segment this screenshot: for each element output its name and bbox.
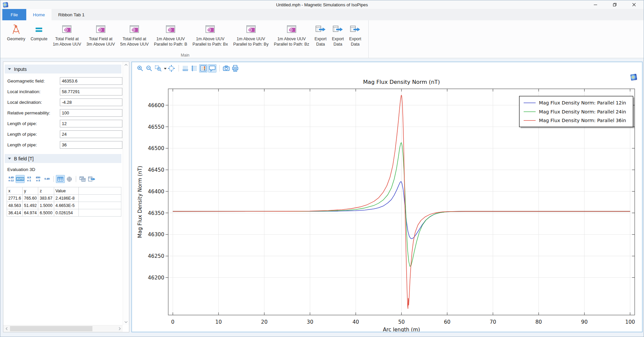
close-icon [632, 3, 636, 7]
legend-icon [199, 65, 207, 72]
zoom-box-dropdown-button[interactable] [163, 64, 167, 73]
graphics-canvas[interactable]: 0102030405060708090100462004625046300463… [133, 74, 643, 333]
graphics-toolbar [132, 62, 642, 73]
minimize-button[interactable] [586, 0, 605, 9]
ribbon-button-label: 1m Above UUVParallel to Path: Bz [274, 36, 309, 47]
format-scientific-button[interactable]: 8.5e-1 [25, 175, 34, 183]
table-icon [57, 176, 64, 182]
field-input-5[interactable] [60, 130, 122, 138]
ribbon-button-total-field-at-5m-above-uuv[interactable]: Total Field at5m Above UUV [118, 23, 151, 48]
format-automatic-button[interactable]: AUTO [16, 175, 25, 183]
plot-window-icon [246, 24, 256, 34]
input-field-row: Length of pipe: [3, 118, 123, 129]
format-decimal-button[interactable]: 0.85 [43, 175, 52, 183]
legend-entry-label: Mag Flux Density Norm: Parallel 36in [539, 118, 626, 123]
table-row[interactable]: 48.56351.4921.50004.6653E-5 [7, 202, 121, 209]
file-tab[interactable]: File [2, 9, 26, 20]
ribbon-button-label: 1m Above UUVParallel to Path: Bx [193, 36, 228, 47]
table-cell [78, 209, 121, 217]
column-header[interactable]: z [38, 187, 54, 195]
ribbon-button-1m-above-uuv-parallel-to-path-b[interactable]: 1m Above UUVParallel to Path: B [152, 23, 190, 48]
ribbon-button-export-data[interactable]: ExportData [347, 23, 363, 48]
table-cell: 51.492 [23, 202, 38, 209]
x-tick-label: 100 [625, 319, 635, 325]
ribbon-button-total-field-at-3m-above-uuv[interactable]: Total Field at3m Above UUV [84, 23, 117, 48]
field-input-0[interactable] [60, 77, 122, 85]
export-table-button[interactable] [87, 175, 96, 183]
restore-button[interactable] [605, 0, 624, 9]
sidebar-horizontal-scrollbar[interactable] [3, 325, 123, 332]
toolbar-separator [76, 176, 76, 182]
column-header[interactable]: Value [54, 187, 78, 195]
ribbon-button-geometry[interactable]: Geometry [5, 23, 28, 42]
zoom-in-button[interactable] [136, 64, 144, 73]
scroll-up-button[interactable] [123, 62, 129, 68]
y-tick-label: 46500 [148, 145, 164, 151]
format-engineering-button[interactable]: 850e-3 [34, 175, 43, 183]
field-input-3[interactable] [60, 109, 122, 117]
close-button[interactable] [624, 0, 644, 9]
plot-window-icon [62, 24, 72, 34]
sphere-view-button[interactable] [65, 175, 74, 183]
plot-window-icon [165, 24, 176, 34]
zoom-out-icon [145, 65, 153, 72]
ribbon-button-export-data[interactable]: ExportData [329, 23, 346, 48]
scroll-down-button[interactable] [123, 319, 129, 325]
section-title: B field [T] [14, 156, 34, 161]
field-label: Local inclination: [7, 89, 60, 94]
scroll-right-button[interactable] [116, 325, 123, 332]
plot-tooltip-button[interactable] [208, 64, 216, 73]
table-row[interactable]: 36.41464.9746.50000.026154 [7, 209, 121, 217]
toolbar-separator [54, 176, 54, 182]
plot-window-icon [129, 24, 140, 34]
x-axis-grid-button[interactable] [181, 64, 190, 73]
ribbon-button-compute[interactable]: Compute [28, 23, 50, 42]
ribbon-tab-home[interactable]: Home [26, 9, 52, 20]
ribbon-group-label: Main [2, 53, 368, 58]
section-header-bfield[interactable]: B field [T] [5, 154, 121, 163]
column-header[interactable]: y [23, 187, 38, 195]
format-full-precision-button[interactable]: 8.85e-12 [7, 175, 16, 183]
field-input-6[interactable] [60, 141, 122, 149]
toolbar-separator [219, 65, 220, 72]
table-cell [78, 202, 121, 209]
ribbon-button-1m-above-uuv-parallel-to-path-bx[interactable]: 1m Above UUVParallel to Path: Bx [190, 23, 230, 48]
ribbon-button-total-field-at-1m-above-uuv[interactable]: Total Field at1m Above UUV [51, 23, 83, 48]
y-tick-label: 46350 [148, 210, 164, 216]
x-tick-label: 50 [398, 319, 405, 325]
ribbon-button-label: ExportData [332, 36, 344, 47]
ribbon-button-1m-above-uuv-parallel-to-path-by[interactable]: 1m Above UUVParallel to Path: By [231, 23, 271, 48]
column-header[interactable] [78, 187, 121, 195]
zoom-extents-button[interactable] [167, 64, 176, 73]
legend-entry-label: Mag Flux Density Norm: Parallel 12in [539, 100, 626, 105]
image-snapshot-button[interactable] [222, 64, 230, 73]
x-tick-label: 30 [307, 319, 314, 325]
scroll-left-button[interactable] [3, 325, 10, 332]
print-button[interactable] [231, 64, 239, 73]
field-input-4[interactable] [60, 120, 122, 127]
zoom-box-icon [154, 65, 162, 72]
ribbon-tab-ribbon-tab-1[interactable]: Ribbon Tab 1 [52, 9, 91, 20]
ribbon-button-1m-above-uuv-parallel-to-path-bz[interactable]: 1m Above UUVParallel to Path: Bz [272, 23, 312, 48]
zoom-box-button[interactable] [154, 64, 162, 73]
y-axis-grid-button[interactable] [190, 64, 198, 73]
field-input-1[interactable] [60, 88, 122, 95]
field-input-2[interactable] [60, 98, 122, 106]
input-fields: Geomagnetic field:Local inclination:Loca… [3, 76, 123, 150]
ribbon-button-export-data[interactable]: ExportData [312, 23, 329, 48]
y-grid-icon [191, 65, 198, 72]
comsol-logo-icon [630, 74, 637, 81]
copy-table-button[interactable] [78, 175, 87, 183]
sidebar-content: Inputs Geomagnetic field:Local inclinati… [3, 62, 123, 325]
section-header-inputs[interactable]: Inputs [5, 65, 121, 74]
zoom-out-button[interactable] [145, 64, 153, 73]
input-field-row: Local declination: [3, 97, 123, 107]
chart-legend[interactable]: Mag Flux Density Norm: Parallel 12inMag … [519, 96, 633, 127]
show-legends-button[interactable] [199, 64, 207, 73]
column-header[interactable]: x [7, 187, 23, 195]
scrollbar-thumb[interactable] [10, 326, 92, 331]
sidebar-vertical-scrollbar[interactable] [123, 62, 129, 325]
table-row[interactable]: 2771.6765.60383.672.4186E-8 [7, 195, 121, 202]
table-view-button[interactable] [56, 175, 65, 183]
settings-sidebar: Inputs Geomagnetic field:Local inclinati… [3, 62, 129, 332]
